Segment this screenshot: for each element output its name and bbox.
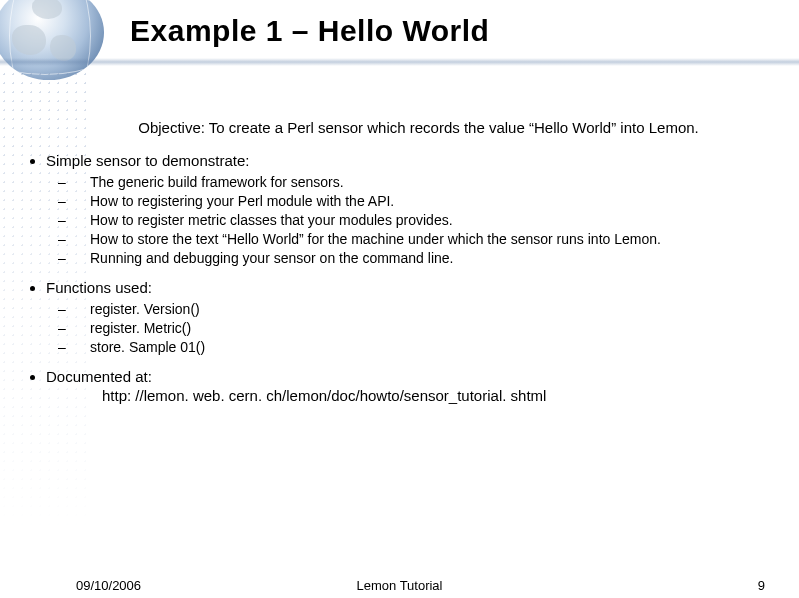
bullet-functions-heading: Functions used: [46,279,152,296]
simple-sublist: The generic build framework for sensors.… [74,174,775,268]
footer-page-number: 9 [758,578,765,593]
bullet-simple: Simple sensor to demonstrate: The generi… [46,151,775,268]
footer-center: Lemon Tutorial [0,578,799,593]
functions-item: store. Sample 01() [74,339,775,357]
globe-graphic [0,0,104,80]
bullet-list: Simple sensor to demonstrate: The generi… [28,151,775,405]
simple-item: How to registering your Perl module with… [74,193,775,211]
simple-item: How to register metric classes that your… [74,212,775,230]
functions-sublist: register. Version() register. Metric() s… [74,301,775,357]
slide-content: Objective: To create a Perl sensor which… [24,118,775,409]
objective-text: Objective: To create a Perl sensor which… [62,118,775,137]
simple-item: The generic build framework for sensors. [74,174,775,192]
slide-title: Example 1 – Hello World [130,14,489,48]
documented-link: http: //lemon. web. cern. ch/lemon/doc/h… [102,386,775,405]
functions-item: register. Version() [74,301,775,319]
title-rule [0,58,799,66]
bullet-simple-heading: Simple sensor to demonstrate: [46,152,249,169]
documented-heading: Documented at: [46,368,152,385]
simple-item: Running and debugging your sensor on the… [74,250,775,268]
bullet-functions: Functions used: register. Version() regi… [46,278,775,357]
simple-item: How to store the text “Hello World” for … [74,231,775,249]
bullet-documented: Documented at: http: //lemon. web. cern.… [46,367,775,405]
functions-item: register. Metric() [74,320,775,338]
